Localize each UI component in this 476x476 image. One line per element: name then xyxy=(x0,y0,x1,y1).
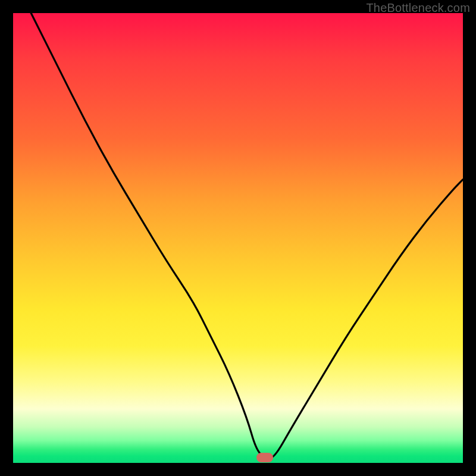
watermark-text: TheBottleneck.com xyxy=(366,1,470,15)
chart-frame: TheBottleneck.com xyxy=(0,0,476,476)
optimal-point-marker xyxy=(256,453,273,462)
bottleneck-curve xyxy=(13,13,463,463)
